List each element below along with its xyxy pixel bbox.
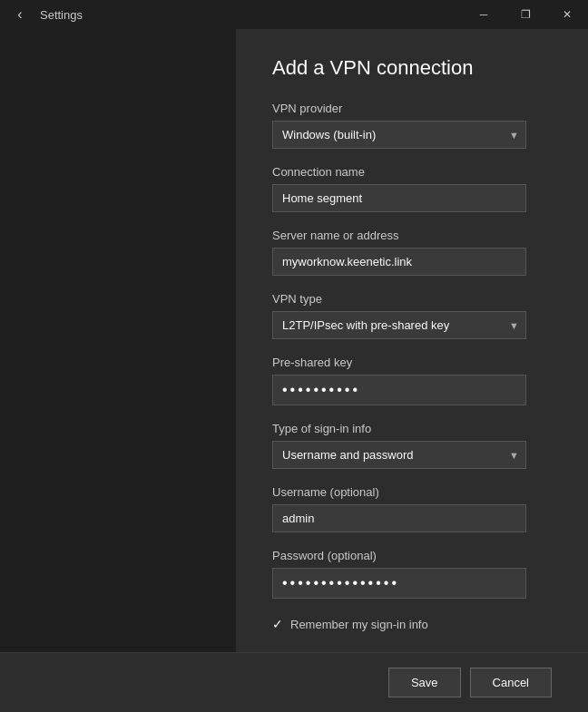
titlebar: ‹ Settings ─ ❐ ✕ bbox=[0, 0, 588, 29]
server-name-label: Server name or address bbox=[272, 229, 552, 242]
vpn-provider-group: VPN provider Windows (built-in) ▼ bbox=[272, 102, 552, 149]
back-button[interactable]: ‹ bbox=[7, 2, 33, 27]
signin-type-select-wrapper: Username and password ▼ bbox=[272, 441, 526, 469]
bottom-buttons: Save Cancel bbox=[0, 652, 588, 712]
save-button[interactable]: Save bbox=[388, 668, 461, 697]
username-label: Username (optional) bbox=[272, 485, 552, 499]
preshared-key-label: Pre-shared key bbox=[272, 356, 552, 369]
content-area: Add a VPN connection VPN provider Window… bbox=[0, 29, 588, 652]
server-name-group: Server name or address bbox=[272, 229, 552, 276]
password-input[interactable] bbox=[272, 568, 526, 599]
signin-type-group: Type of sign-in info Username and passwo… bbox=[272, 422, 552, 469]
remember-row: ✓ Remember my sign-in info bbox=[272, 617, 552, 631]
titlebar-title: Settings bbox=[40, 8, 83, 22]
username-input[interactable] bbox=[272, 504, 526, 532]
sidebar bbox=[0, 29, 236, 652]
signin-type-label: Type of sign-in info bbox=[272, 422, 552, 435]
password-group: Password (optional) bbox=[272, 549, 552, 599]
restore-icon: ❐ bbox=[521, 8, 531, 21]
page-title: Add a VPN connection bbox=[272, 56, 552, 80]
main-panel: Add a VPN connection VPN provider Window… bbox=[236, 29, 588, 652]
vpn-type-label: VPN type bbox=[272, 292, 552, 306]
remember-label: Remember my sign-in info bbox=[290, 618, 428, 631]
close-button[interactable]: ✕ bbox=[546, 0, 588, 29]
username-group: Username (optional) bbox=[272, 485, 552, 532]
vpn-provider-select-wrapper: Windows (built-in) ▼ bbox=[272, 121, 526, 149]
restore-button[interactable]: ❐ bbox=[505, 0, 546, 29]
vpn-provider-label: VPN provider bbox=[272, 102, 552, 115]
connection-name-input[interactable] bbox=[272, 184, 526, 212]
minimize-icon: ─ bbox=[480, 8, 488, 21]
close-icon: ✕ bbox=[563, 8, 572, 21]
back-icon: ‹ bbox=[17, 6, 22, 23]
preshared-key-group: Pre-shared key bbox=[272, 356, 552, 405]
signin-type-select[interactable]: Username and password bbox=[272, 441, 526, 469]
minimize-button[interactable]: ─ bbox=[463, 0, 505, 29]
vpn-type-select-wrapper: L2TP/IPsec with pre-shared key ▼ bbox=[272, 311, 526, 339]
connection-name-label: Connection name bbox=[272, 165, 552, 179]
vpn-type-select[interactable]: L2TP/IPsec with pre-shared key bbox=[272, 311, 526, 339]
titlebar-left: ‹ Settings bbox=[7, 2, 83, 27]
preshared-key-input[interactable] bbox=[272, 375, 526, 405]
checkmark-icon: ✓ bbox=[272, 617, 283, 631]
vpn-provider-select[interactable]: Windows (built-in) bbox=[272, 121, 526, 149]
cancel-button[interactable]: Cancel bbox=[470, 668, 552, 697]
window: ‹ Settings ─ ❐ ✕ Add a VPN connection VP… bbox=[0, 0, 588, 712]
titlebar-controls: ─ ❐ ✕ bbox=[463, 0, 588, 29]
server-name-input[interactable] bbox=[272, 248, 526, 276]
connection-name-group: Connection name bbox=[272, 165, 552, 212]
vpn-type-group: VPN type L2TP/IPsec with pre-shared key … bbox=[272, 292, 552, 339]
password-label: Password (optional) bbox=[272, 549, 552, 562]
